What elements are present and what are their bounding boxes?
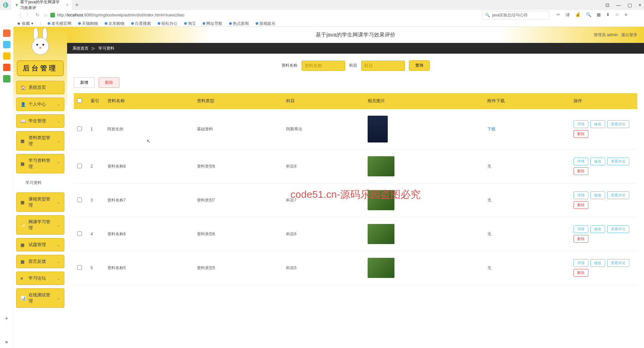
url-text: http://localhost:8080/springbootwveip/ad… <box>57 13 184 17</box>
bookmark-item[interactable]: 老毛桃官网 <box>48 21 71 26</box>
bookmark-item[interactable]: 游戏娱乐 <box>256 21 275 26</box>
shield-icon <box>50 13 55 17</box>
bookmarks-bar: ★ 收藏 ▾ | 老毛桃官网 天猫购物 京东购物 百度搜索 轻松办公 淘宝 网址… <box>0 20 644 27</box>
back-icon[interactable]: 〈 <box>17 12 21 18</box>
download-icon[interactable]: ⬇ <box>606 12 610 18</box>
browser-logo-icon <box>3 2 9 8</box>
bookmark-item[interactable]: 网址导航 <box>203 21 222 26</box>
tab-close-icon[interactable]: × <box>66 3 68 7</box>
menu-icon[interactable]: ≡ <box>625 12 627 18</box>
bookmarks-divider: | <box>40 21 41 26</box>
star-icon[interactable]: ☆ <box>615 12 619 18</box>
search-text: java实验总结与心得 <box>492 12 528 18</box>
url-field[interactable]: http://localhost:8080/springbootwveip/ad… <box>50 13 184 17</box>
bookmark-item[interactable]: 天猫购物 <box>78 21 98 26</box>
window-controls: ⊡ — ▢ × <box>605 2 641 8</box>
close-icon[interactable]: × <box>639 2 641 8</box>
pin-icon[interactable]: ⊡ <box>605 2 609 8</box>
address-bar: 〈 〉 ↻ ⌂ http://localhost:8080/springboot… <box>0 10 644 20</box>
wallet-icon[interactable]: 💰 <box>575 12 581 18</box>
forward-icon[interactable]: 〉 <box>26 12 31 18</box>
search-icon: 🔍 <box>485 13 490 17</box>
new-tab-button[interactable]: + <box>75 2 79 9</box>
grid-icon[interactable]: ▦ <box>597 12 601 18</box>
tab-favicon: ▼ <box>15 3 19 7</box>
home-icon[interactable]: ⌂ <box>44 12 47 18</box>
maximize-icon[interactable]: ▢ <box>628 2 632 8</box>
tab-bar: ▼ 基于java的学生网课学习效果评 × + ⊡ — ▢ × <box>0 0 644 10</box>
bookmark-item[interactable]: 热点新闻 <box>229 21 249 26</box>
bookmark-item[interactable]: 百度搜索 <box>131 21 151 26</box>
browser-tab[interactable]: ▼ 基于java的学生网课学习效果评 × <box>11 0 72 12</box>
browser-chrome: ▼ 基于java的学生网课学习效果评 × + ⊡ — ▢ × 〈 〉 ↻ ⌂ h… <box>0 0 644 27</box>
scissors-icon[interactable]: ✂ <box>556 12 560 18</box>
bookmark-item[interactable]: 轻松办公 <box>158 21 177 26</box>
translate-icon[interactable]: 译 <box>566 12 570 18</box>
bookmark-item[interactable]: 京东购物 <box>105 21 124 26</box>
minimize-icon[interactable]: — <box>616 2 621 8</box>
bookmarks-label: ★ 收藏 ▾ <box>17 21 33 26</box>
tab-title: 基于java的学生网课学习效果评 <box>20 0 63 11</box>
search-box[interactable]: 🔍 java实验总结与心得 <box>482 11 549 19</box>
magnify-icon[interactable]: 🔍 <box>586 12 591 18</box>
reload-icon[interactable]: ↻ <box>36 12 40 18</box>
bookmark-item[interactable]: 淘宝 <box>184 21 196 26</box>
